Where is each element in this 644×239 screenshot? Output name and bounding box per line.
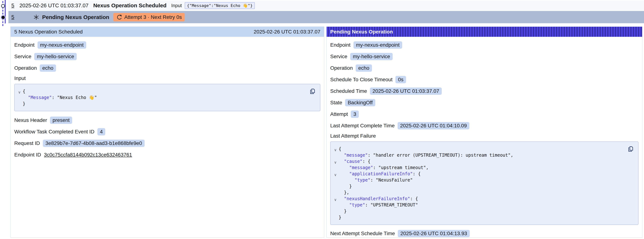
field-service: Service my-hello-service xyxy=(14,52,320,61)
code-line-text: "nexusHandlerFailureInfo": { xyxy=(339,196,418,202)
event-detail-panels: 5 Nexus Operation Scheduled 2025-02-26 U… xyxy=(10,26,642,238)
code-line-text: } xyxy=(23,101,25,107)
code-line-text: }, xyxy=(339,190,349,196)
operation-badge: echo xyxy=(40,64,56,72)
copy-icon-button[interactable] xyxy=(628,146,634,152)
gutter-spacer xyxy=(332,215,339,222)
collapse-caret-icon[interactable]: ∨ xyxy=(332,159,339,166)
collapse-caret-icon[interactable]: ∨ xyxy=(332,196,339,203)
retry-attempt-badge: Attempt 3 · Next Retry 0s xyxy=(113,13,185,22)
request-id-badge: 3e829b7e-7d67-4b08-aad3-b1e868bfe9e0 xyxy=(43,140,144,147)
pending-panel-title: Pending Nexus Operation xyxy=(330,29,393,35)
field-operation: Operation echo xyxy=(330,64,638,72)
last-attempt-complete-time-badge: 2025-02-26 UTC 01:04:10.09 xyxy=(398,122,469,130)
gutter-spacer xyxy=(16,102,23,108)
collapse-caret-icon[interactable]: ∨ xyxy=(16,89,23,95)
gutter-spacer xyxy=(332,184,339,190)
pending-operation-title: Pending Nexus Operation xyxy=(42,14,109,20)
last-attempt-failure-json-block: ∨{ "message": "handler error (UPSTREAM_T… xyxy=(330,142,638,225)
code-line-text: "applicationFailureInfo": { xyxy=(339,171,421,177)
code-line-text: "message": "handler error (UPSTREAM_TIME… xyxy=(339,152,513,158)
scheduled-time-badge: 2025-02-26 UTC 01:03:37.07 xyxy=(370,88,442,95)
copy-icon-button[interactable] xyxy=(309,88,316,95)
endpoint-badge: my-nexus-endpoint xyxy=(38,41,86,49)
field-attempt: Attempt 3 xyxy=(330,110,638,118)
field-nexus-header: Nexus Header present xyxy=(14,116,320,124)
code-line-text: "type": "NexusFailure" xyxy=(339,177,413,183)
state-badge: BackingOff xyxy=(345,99,375,106)
next-attempt-schedule-time-badge: 2025-02-26 UTC 01:04:13.93 xyxy=(398,230,470,237)
code-line-text: "message": "upstream timeout", xyxy=(339,164,428,171)
endpoint-id-link[interactable]: 3c0c75ccfa8144b092c13ce632463761 xyxy=(44,152,132,158)
code-line-text: } xyxy=(339,214,341,220)
field-scheduled-time: Scheduled Time 2025-02-26 UTC 01:03:37.0… xyxy=(330,87,638,95)
pending-operation-panel: Pending Nexus Operation Endpoint my-nexu… xyxy=(326,26,642,238)
field-operation: Operation echo xyxy=(14,64,320,72)
collapse-caret-icon[interactable]: ∨ xyxy=(332,147,339,153)
code-line-text: "cause": { xyxy=(339,158,370,164)
gutter-spacer xyxy=(332,178,339,184)
pending-panel-header: Pending Nexus Operation xyxy=(326,27,642,37)
service-badge: my-hello-service xyxy=(34,53,77,60)
field-request-id: Request ID 3e829b7e-7d67-4b08-aad3-b1e86… xyxy=(14,139,320,148)
scheduled-panel-time: 2025-02-26 UTC 01:03:37.07 xyxy=(254,29,320,35)
field-endpoint-id: Endpoint ID 3c0c75ccfa8144b092c13ce63246… xyxy=(14,150,320,159)
field-last-attempt-complete-time: Last Attempt Complete Time 2025-02-26 UT… xyxy=(330,122,638,130)
nexus-asterisk-icon xyxy=(33,14,40,20)
input-section-label: Input xyxy=(14,76,320,82)
field-service: Service my-hello-service xyxy=(330,52,638,61)
code-line-text: { xyxy=(23,88,25,94)
event-input-chip[interactable]: {"Message":"Nexus Echo 👋"} xyxy=(185,2,255,9)
gutter-spacer xyxy=(16,95,23,102)
input-json-block: ∨{ "Message": "Nexus Echo 👋"} xyxy=(14,84,320,111)
event-row-nexus-operation-scheduled[interactable]: 5 2025-02-26 UTC 01:03:37.07 Nexus Opera… xyxy=(8,0,644,10)
last-attempt-failure-label: Last Attempt Failure xyxy=(330,133,638,139)
event-row-pending-nexus-operation[interactable]: 5 Pending Nexus Operation Attempt 3 · Ne… xyxy=(8,11,644,23)
timeline-node-open xyxy=(1,4,5,8)
event-id-link[interactable]: 5 xyxy=(11,14,14,20)
scheduled-panel-header: 5 Nexus Operation Scheduled 2025-02-26 U… xyxy=(10,27,324,37)
event-title: Nexus Operation Scheduled xyxy=(93,2,166,8)
field-schedule-to-close-timeout: Schedule To Close Timeout 0s xyxy=(330,76,638,84)
scheduled-event-panel: 5 Nexus Operation Scheduled 2025-02-26 U… xyxy=(10,26,324,238)
field-workflow-task-completed-event-id: Workflow Task Completed Event ID 4 xyxy=(14,128,320,136)
operation-badge: echo xyxy=(356,64,372,72)
endpoint-badge: my-nexus-endpoint xyxy=(354,41,402,49)
wtc-event-id-badge: 4 xyxy=(98,128,106,136)
gutter-spacer xyxy=(332,209,339,215)
event-timestamp: 2025-02-26 UTC 01:03:37.07 xyxy=(20,2,88,8)
field-next-attempt-schedule-time: Next Attempt Schedule Time 2025-02-26 UT… xyxy=(330,229,638,238)
gutter-spacer xyxy=(332,190,339,196)
scheduled-panel-title: 5 Nexus Operation Scheduled xyxy=(14,29,83,35)
code-line-text: } xyxy=(339,208,346,214)
gutter-spacer xyxy=(332,153,339,159)
field-endpoint: Endpoint my-nexus-endpoint xyxy=(330,41,638,49)
event-id-link[interactable]: 5 xyxy=(11,2,14,8)
copy-icon xyxy=(309,88,316,94)
field-endpoint: Endpoint my-nexus-endpoint xyxy=(14,41,320,49)
service-badge: my-hello-service xyxy=(350,53,393,60)
schedule-to-close-timeout-badge: 0s xyxy=(396,76,406,83)
timeline-node-selected xyxy=(2,16,5,19)
nexus-header-badge: present xyxy=(50,116,72,124)
copy-icon xyxy=(628,146,634,152)
code-line-text: { xyxy=(339,146,341,152)
retry-icon xyxy=(116,14,122,20)
event-rows: 5 2025-02-26 UTC 01:03:37.07 Nexus Opera… xyxy=(0,0,644,23)
attempt-badge: 3 xyxy=(351,110,359,118)
gutter-spacer xyxy=(332,203,339,209)
code-line-text: "type": "UPSTREAM_TIMEOUT" xyxy=(339,202,418,208)
workflow-event-history-page: { "event_rows": { "scheduled": { "id": "… xyxy=(0,0,644,239)
event-input-label: Input xyxy=(171,3,182,8)
code-line-text: "Message": "Nexus Echo 👋" xyxy=(23,94,97,101)
timeline-active-bar xyxy=(5,0,6,24)
code-line-text: } xyxy=(339,183,352,190)
gutter-spacer xyxy=(332,166,339,172)
collapse-caret-icon[interactable]: ∨ xyxy=(332,172,339,178)
field-state: State BackingOff xyxy=(330,98,638,107)
